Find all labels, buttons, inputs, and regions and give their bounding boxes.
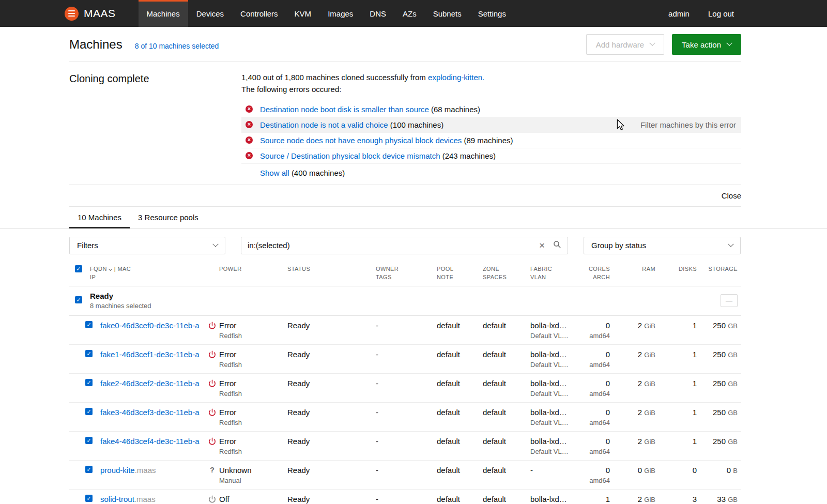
column-fqdn[interactable]: FQDN| MAC IP: [90, 265, 219, 282]
group-by-dropdown[interactable]: Group by status: [584, 237, 741, 254]
clear-search-icon[interactable]: ×: [539, 240, 545, 250]
search-input[interactable]: [248, 241, 539, 250]
fabric-cell: bolla-lxd…Default VL…: [530, 437, 586, 455]
column-pool-note[interactable]: POOLNOTE: [437, 265, 483, 282]
collapse-group-button[interactable]: —: [721, 294, 738, 307]
machine-fqdn-link[interactable]: fake4-46d3cef4-de3c-11eb-a: [100, 437, 200, 446]
column-ip[interactable]: IP: [90, 274, 96, 280]
machine-fqdn-link[interactable]: fake3-46d3cef3-de3c-11eb-a: [100, 408, 200, 417]
status-cell: Ready: [287, 437, 376, 446]
column-owner-tags[interactable]: OWNERTAGS: [376, 265, 437, 282]
nav-item-kvm[interactable]: KVM: [286, 0, 320, 27]
nav-item-azs[interactable]: AZs: [394, 0, 425, 27]
cores-cell: 0amd64: [586, 466, 610, 484]
search-icon[interactable]: [553, 240, 561, 250]
power-icon: [208, 408, 216, 416]
error-filter-link[interactable]: Source / Destination physical block devi…: [260, 151, 440, 160]
machine-fqdn-link[interactable]: fake1-46d3cef1-de3c-11eb-a: [100, 350, 200, 359]
storage-cell: 250 GB: [697, 408, 741, 417]
error-filter-link[interactable]: Destination node is not a valid choice: [260, 120, 388, 129]
row-checkbox[interactable]: [85, 408, 93, 415]
column-ram[interactable]: RAM: [610, 265, 655, 273]
column-storage[interactable]: STORAGE: [697, 265, 741, 273]
page-header: Machines 8 of 10 machines selected Add h…: [69, 27, 741, 62]
add-hardware-button[interactable]: Add hardware: [586, 34, 664, 55]
ram-cell: 2 GiB: [610, 408, 655, 417]
filter-by-error-hint[interactable]: Filter machines by this error: [640, 120, 741, 129]
column-zone-spaces[interactable]: ZONESPACES: [483, 265, 530, 282]
power-cell: Error Redfish: [219, 408, 287, 426]
nav-logout[interactable]: Log out: [708, 9, 734, 18]
row-checkbox[interactable]: [85, 321, 93, 328]
power-cell: Error Redfish: [219, 437, 287, 455]
notification-title: Cloning complete: [69, 71, 241, 185]
group-selected-count: 8 machines selected: [90, 302, 721, 310]
power-icon: ?: [208, 466, 216, 474]
machine-fqdn-link[interactable]: fake0-46d3cef0-de3c-11eb-a: [100, 321, 200, 330]
row-checkbox[interactable]: [85, 466, 93, 473]
machine-fqdn-link[interactable]: fake2-46d3cef2-de3c-11eb-a: [100, 379, 200, 388]
group-checkbox[interactable]: [75, 296, 82, 303]
group-label: Ready: [90, 292, 721, 300]
owner-cell: -: [376, 437, 437, 446]
close-notification-link[interactable]: Close: [722, 191, 741, 200]
status-cell: Ready: [287, 466, 376, 475]
error-filter-link[interactable]: Destination node boot disk is smaller th…: [260, 105, 429, 114]
column-status[interactable]: STATUS: [287, 265, 376, 273]
ram-cell: 2 GiB: [610, 437, 655, 446]
column-cores-arch[interactable]: CORESARCH: [586, 265, 610, 282]
table-header: FQDN| MAC IP POWER STATUS OWNERTAGS POOL…: [69, 265, 741, 286]
top-navbar: MAAS MachinesDevicesControllersKVMImages…: [0, 0, 827, 27]
pool-cell: default: [437, 437, 483, 446]
cores-cell: 0amd64: [586, 321, 610, 340]
storage-cell: 250 GB: [697, 437, 741, 446]
notification-close-row: Close: [69, 185, 741, 207]
notification-subtitle: The following errors occured:: [241, 83, 741, 95]
column-fabric-vlan[interactable]: FABRICVLAN: [530, 265, 586, 282]
row-checkbox[interactable]: [85, 379, 93, 386]
row-checkbox[interactable]: [85, 350, 93, 357]
nav-item-subnets[interactable]: Subnets: [425, 0, 470, 27]
storage-cell: 250 GB: [697, 379, 741, 388]
chevron-down-icon: [212, 241, 218, 247]
nav-item-devices[interactable]: Devices: [188, 0, 232, 27]
cores-cell: 1: [586, 495, 610, 504]
take-action-button[interactable]: Take action: [672, 34, 741, 55]
tab-3-resource-pools[interactable]: 3 Resource pools: [130, 207, 207, 228]
nav-item-settings[interactable]: Settings: [470, 0, 514, 27]
nav-item-dns[interactable]: DNS: [361, 0, 394, 27]
filters-label: Filters: [77, 241, 98, 250]
source-machine-link[interactable]: exploding-kitten.: [428, 73, 484, 82]
machine-row: fake4-46d3cef4-de3c-11eb-a Error Redfish…: [69, 432, 741, 461]
tabs-row: 10 Machines3 Resource pools: [0, 207, 827, 228]
nav-item-images[interactable]: Images: [319, 0, 361, 27]
pool-cell: default: [437, 379, 483, 388]
notification-summary: 1,400 out of 1,800 machines cloned succe…: [241, 71, 741, 83]
group-header-ready: Ready 8 machines selected —: [69, 286, 741, 316]
selection-count-link[interactable]: 8 of 10 machines selected: [135, 42, 219, 50]
zone-cell: default: [483, 350, 530, 359]
machine-fqdn-link[interactable]: solid-trout.maas: [100, 495, 156, 503]
add-hardware-label: Add hardware: [596, 40, 644, 49]
show-all-link[interactable]: Show all: [260, 169, 289, 177]
error-icon: ×: [246, 152, 253, 159]
nav-item-machines[interactable]: Machines: [139, 0, 188, 27]
column-power[interactable]: POWER: [219, 265, 287, 273]
error-count: (89 machines): [462, 136, 513, 145]
machine-row: solid-trout.maas Off Ready - default def…: [69, 490, 741, 504]
nav-item-controllers[interactable]: Controllers: [232, 0, 286, 27]
fabric-cell: bolla-lxd…Default VL…: [530, 321, 586, 340]
error-filter-link[interactable]: Source node does not have enough physica…: [260, 136, 462, 145]
column-disks[interactable]: DISKS: [655, 265, 697, 273]
tab-10-machines[interactable]: 10 Machines: [69, 207, 130, 228]
maas-brand[interactable]: MAAS: [65, 0, 116, 27]
brand-name: MAAS: [84, 7, 116, 20]
row-checkbox[interactable]: [85, 437, 93, 444]
machine-fqdn-link[interactable]: proud-kite.maas: [100, 466, 156, 475]
select-all-checkbox[interactable]: [75, 265, 82, 272]
row-checkbox[interactable]: [85, 495, 93, 502]
sort-chevron-icon: [109, 267, 112, 270]
nav-user-admin[interactable]: admin: [668, 9, 690, 18]
power-icon: [208, 350, 216, 358]
filters-dropdown[interactable]: Filters: [69, 237, 225, 254]
